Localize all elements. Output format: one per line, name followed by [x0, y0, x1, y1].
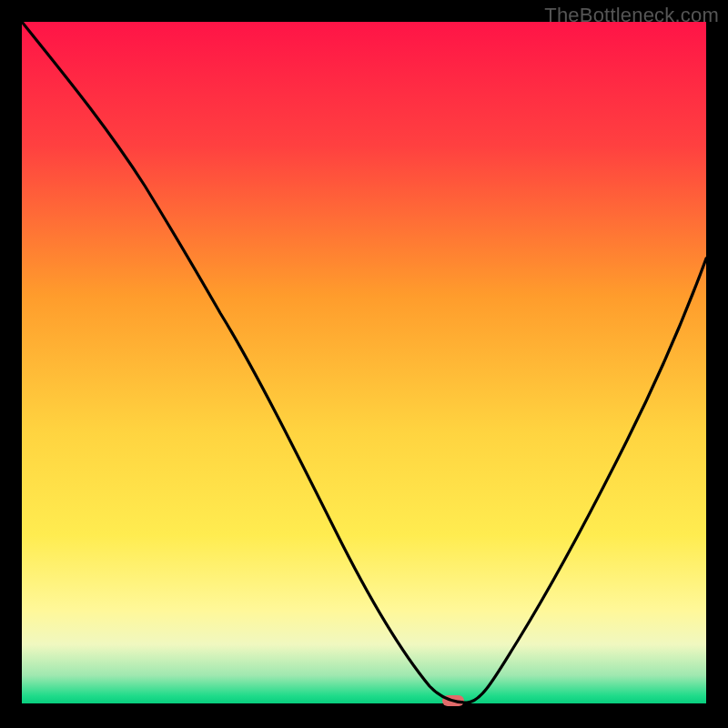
baseline: [22, 703, 706, 706]
plot-area: [22, 22, 706, 706]
chart-frame: TheBottleneck.com: [0, 0, 728, 728]
watermark-text: TheBottleneck.com: [544, 4, 719, 27]
gradient-background: [22, 22, 706, 706]
chart-svg: [22, 22, 706, 706]
